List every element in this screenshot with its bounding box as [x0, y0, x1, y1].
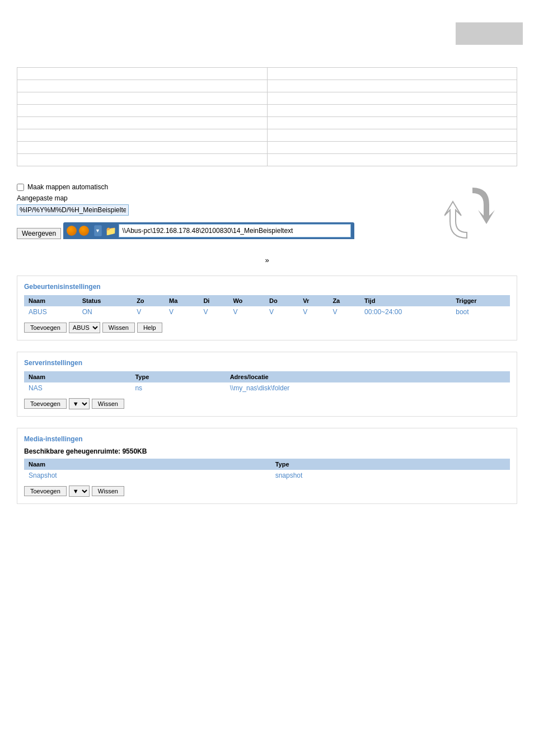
custom-folder-label: Aangepaste map	[17, 194, 517, 202]
ereignissen-select[interactable]: ABUS	[69, 322, 100, 333]
ereignissen-help-btn[interactable]: Help	[137, 323, 162, 333]
auto-folder-checkbox[interactable]	[17, 184, 24, 191]
memory-text: Beschikbare geheugenruimte: 9550KB	[24, 447, 510, 455]
ereignissen-wissen-btn[interactable]: Wissen	[102, 323, 135, 333]
table-row	[17, 117, 517, 129]
table-row	[17, 142, 517, 154]
explorer-dropdown-arrow[interactable]: ▼	[94, 225, 102, 236]
table-row	[17, 154, 517, 166]
table-row: NASns\\my_nas\disk\folder	[24, 382, 510, 394]
auto-folder-label: Maak mappen automatisch	[27, 183, 108, 191]
quote-text: »	[17, 256, 517, 264]
table-row: ABUSONVVVVVVV00:00~24:00boot	[24, 306, 510, 318]
arrows-graphic	[444, 185, 500, 242]
weergeven-button[interactable]: Weergeven	[17, 228, 61, 239]
gebeurtenissen-title: Gebeurtenisinstellingen	[24, 283, 510, 291]
server-select[interactable]: ▼	[69, 398, 90, 409]
media-toevoegen-btn[interactable]: Toevoegen	[24, 486, 67, 496]
explorer-forward-btn[interactable]	[79, 226, 89, 236]
gebeurtenissen-section: Gebeurtenisinstellingen NaamStatusZoMaDi…	[17, 276, 517, 340]
explorer-back-btn[interactable]	[67, 226, 77, 236]
media-select[interactable]: ▼	[69, 486, 90, 497]
media-section: Media-instellingen Beschikbare geheugenr…	[17, 428, 517, 504]
table-row	[17, 129, 517, 142]
server-wissen-btn[interactable]: Wissen	[92, 399, 124, 409]
explorer-nav: ▼	[67, 225, 102, 236]
table-row	[17, 68, 517, 80]
media-btn-row: Toevoegen ▼ Wissen	[24, 486, 510, 497]
table-row	[17, 92, 517, 105]
event-table: NaamStatusZoMaDiWoDoVrZaTijdTrigger ABUS…	[24, 295, 510, 318]
explorer-path: \\Abus-pc\192.168.178.48\20100830\14_Mei…	[119, 224, 351, 237]
auto-folder-checkbox-label[interactable]: Maak mappen automatisch	[17, 183, 517, 191]
server-title: Serverinstellingen	[24, 359, 510, 367]
table-row	[17, 80, 517, 92]
server-section: Serverinstellingen NaamTypeAdres/locatie…	[17, 352, 517, 417]
explorer-bar: ▼ 📁 \\Abus-pc\192.168.178.48\20100830\14…	[63, 222, 354, 239]
server-btn-row: Toevoegen ▼ Wissen	[24, 398, 510, 409]
media-table: NaamType Snapshotsnapshot	[24, 459, 510, 481]
table-row: Snapshotsnapshot	[24, 470, 510, 481]
ereignissen-btn-row: Toevoegen ABUS Wissen Help	[24, 322, 510, 333]
top-right-box	[456, 22, 523, 45]
path-input[interactable]	[17, 204, 129, 216]
server-table: NaamTypeAdres/locatie NASns\\my_nas\disk…	[24, 371, 510, 394]
ereignissen-toevoegen-btn[interactable]: Toevoegen	[24, 323, 67, 333]
folder-icon: 📁	[105, 226, 116, 236]
server-toevoegen-btn[interactable]: Toevoegen	[24, 399, 67, 409]
explorer-path-text: \\Abus-pc\192.168.178.48\20100830\14_Mei…	[123, 227, 293, 235]
folder-section: Maak mappen automatisch Aangepaste map W…	[17, 183, 517, 245]
info-table	[17, 67, 517, 166]
media-wissen-btn[interactable]: Wissen	[92, 486, 124, 496]
media-title: Media-instellingen	[24, 435, 510, 443]
table-row	[17, 105, 517, 117]
